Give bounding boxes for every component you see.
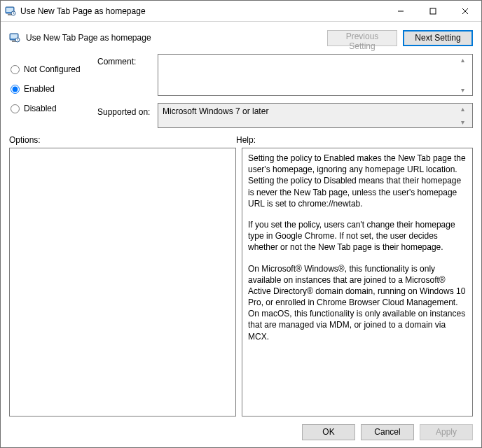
radio-disabled-label: Disabled: [24, 104, 57, 113]
scroll-up-icon[interactable]: ▴: [461, 105, 471, 113]
cancel-button[interactable]: Cancel: [361, 424, 414, 440]
panes-labels: Options: Help:: [1, 131, 481, 148]
radio-not-configured[interactable]: Not Configured: [9, 61, 97, 78]
supported-label: Supported on:: [97, 96, 158, 117]
scroll-down-icon[interactable]: ▾: [461, 86, 471, 94]
help-label: Help:: [236, 135, 256, 145]
fields-column: Comment: ▴ ▾ Supported on: Microsoft Win…: [97, 54, 473, 128]
maximize-button[interactable]: [417, 1, 449, 21]
supported-value: Microsoft Windows 7 or later: [163, 106, 268, 116]
apply-button: Apply: [420, 424, 473, 440]
supported-scroll[interactable]: ▴ ▾: [461, 105, 471, 126]
radio-enabled-label: Enabled: [24, 84, 55, 94]
policy-icon: [9, 32, 20, 43]
comment-scroll[interactable]: ▴ ▾: [461, 56, 471, 94]
next-setting-button[interactable]: Next Setting: [403, 30, 473, 46]
panes: Setting the policy to Enabled makes the …: [1, 148, 481, 416]
svg-line-6: [462, 8, 468, 14]
ok-button[interactable]: OK: [302, 424, 355, 440]
radio-disabled[interactable]: Disabled: [9, 100, 97, 117]
window-title: Use New Tab Page as homepage: [20, 6, 385, 16]
scroll-up-icon[interactable]: ▴: [461, 56, 471, 64]
svg-rect-5: [430, 8, 436, 14]
radio-enabled[interactable]: Enabled: [9, 80, 97, 97]
config-top-area: Not Configured Enabled Disabled Comment:…: [1, 54, 481, 131]
radio-not-configured-label: Not Configured: [24, 64, 81, 74]
comment-row: Comment: ▴ ▾: [97, 54, 473, 96]
supported-row: Supported on: Microsoft Windows 7 or lat…: [97, 96, 473, 128]
radio-enabled-input[interactable]: [11, 85, 20, 94]
dialog-window: Use New Tab Page as homepage Use New Tab…: [0, 0, 482, 448]
comment-textarea[interactable]: ▴ ▾: [158, 54, 473, 96]
options-label: Options:: [9, 135, 236, 145]
titlebar-buttons: [385, 1, 481, 21]
header-row: Use New Tab Page as homepage Previous Se…: [1, 22, 481, 54]
close-button[interactable]: [449, 1, 481, 21]
help-paragraph: On Microsoft® Windows®, this functionali…: [248, 263, 467, 342]
comment-label: Comment:: [97, 54, 158, 66]
options-pane[interactable]: [9, 148, 236, 416]
help-paragraph: If you set the policy, users can't chang…: [248, 219, 467, 253]
policy-icon: [5, 6, 16, 17]
policy-title: Use New Tab Page as homepage: [26, 33, 322, 43]
titlebar: Use New Tab Page as homepage: [1, 1, 481, 22]
radio-disabled-input[interactable]: [11, 104, 20, 113]
scroll-down-icon[interactable]: ▾: [461, 118, 471, 126]
help-pane[interactable]: Setting the policy to Enabled makes the …: [242, 148, 473, 416]
previous-setting-button: Previous Setting: [327, 30, 397, 46]
svg-line-7: [462, 8, 468, 14]
help-paragraph: Setting the policy to Enabled makes the …: [248, 153, 467, 209]
state-radio-group: Not Configured Enabled Disabled: [9, 54, 97, 128]
supported-on-box: Microsoft Windows 7 or later ▴ ▾: [158, 103, 473, 128]
footer: OK Cancel Apply: [1, 416, 481, 447]
radio-not-configured-input[interactable]: [11, 65, 20, 74]
minimize-button[interactable]: [385, 1, 417, 21]
